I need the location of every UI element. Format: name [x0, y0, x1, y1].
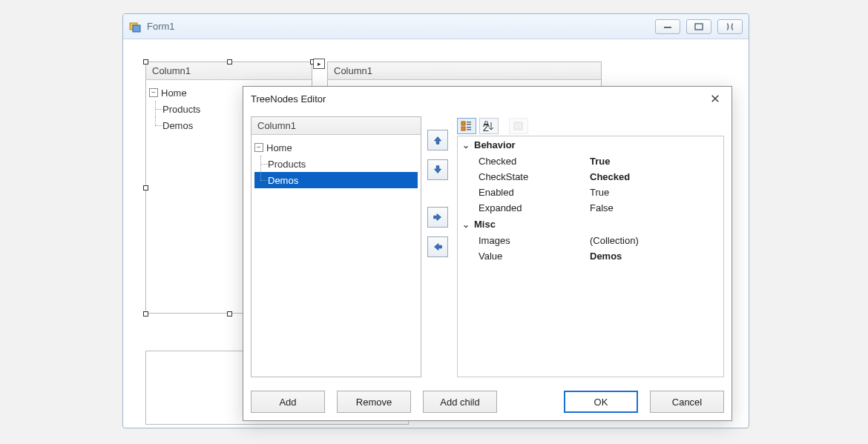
alpha-sort-icon: AZ	[483, 121, 495, 131]
resize-handle[interactable]	[227, 59, 232, 64]
tree-branch-icon	[254, 172, 268, 188]
dialog-body: Column1 − Home Products Demos	[243, 110, 731, 377]
svg-rect-3	[695, 24, 703, 30]
property-name: CheckState	[479, 171, 590, 182]
property-name: Checked	[479, 156, 590, 167]
svg-rect-9	[467, 129, 471, 130]
tree-body: − Home Products Demos	[251, 135, 421, 377]
property-value[interactable]: False	[590, 202, 723, 213]
svg-rect-5	[461, 127, 465, 130]
property-value[interactable]: Checked	[590, 171, 723, 182]
svg-text:Z: Z	[483, 122, 489, 131]
chevron-down-icon[interactable]: ⌄	[462, 140, 470, 150]
tree-node-label: Home	[266, 142, 292, 153]
property-name: Enabled	[479, 187, 590, 198]
property-row[interactable]: Checked True	[458, 153, 723, 169]
tree-column-header[interactable]: Column1	[251, 117, 421, 135]
alphabetical-view-button[interactable]: AZ	[479, 118, 499, 134]
resize-handle[interactable]	[143, 185, 148, 190]
maximize-button[interactable]	[686, 19, 711, 34]
property-row[interactable]: Expanded False	[458, 200, 723, 216]
arrow-up-icon	[433, 134, 443, 146]
property-pages-button	[509, 118, 528, 134]
treenodes-editor-dialog: TreeNodes Editor Column1 − Home Products…	[243, 86, 732, 421]
tree-node-label: Demos	[268, 175, 298, 186]
add-child-button[interactable]: Add child	[423, 391, 497, 413]
move-buttons	[427, 116, 451, 377]
arrow-down-icon	[433, 164, 443, 176]
arrow-right-icon	[433, 211, 443, 223]
svg-rect-6	[467, 122, 471, 123]
property-value[interactable]: (Collection)	[590, 235, 723, 246]
categorized-icon	[461, 121, 473, 131]
tree-column-header[interactable]: Column1	[328, 62, 601, 80]
window-buttons	[655, 19, 743, 34]
resize-handle[interactable]	[143, 311, 148, 317]
add-button[interactable]: Add	[251, 391, 325, 413]
property-name: Value	[479, 251, 590, 262]
property-row[interactable]: CheckState Checked	[458, 169, 723, 185]
property-category-label: Behavior	[474, 139, 516, 150]
ok-button[interactable]: OK	[564, 391, 638, 413]
smart-tag-icon[interactable]: ▸	[313, 59, 325, 69]
tree-branch-icon	[254, 156, 268, 172]
property-row[interactable]: Images (Collection)	[458, 233, 723, 248]
property-row[interactable]: Value Demos	[458, 248, 723, 264]
tree-node-root[interactable]: − Home	[254, 139, 418, 156]
minimize-button[interactable]	[655, 19, 680, 34]
move-up-button[interactable]	[427, 130, 448, 150]
property-category[interactable]: ⌄ Behavior	[458, 136, 723, 153]
property-category[interactable]: ⌄ Misc	[458, 216, 723, 233]
property-grid[interactable]: ⌄ Behavior Checked True CheckState Check…	[457, 136, 724, 377]
tree-branch-icon	[149, 101, 162, 117]
property-grid-toolbar: AZ	[457, 116, 724, 136]
tree-node-label: Home	[161, 87, 187, 99]
property-value[interactable]: True	[590, 187, 723, 198]
tree-node-label: Demos	[162, 120, 193, 131]
form-titlebar[interactable]: Form1	[123, 14, 749, 39]
collapse-icon[interactable]: −	[254, 143, 263, 152]
property-row[interactable]: Enabled True	[458, 185, 723, 200]
dialog-close-button[interactable]	[706, 90, 724, 107]
dialog-footer: Add Remove Add child OK Cancel	[251, 391, 724, 413]
resize-handle[interactable]	[227, 311, 232, 317]
move-down-button[interactable]	[427, 159, 448, 180]
property-grid-panel: AZ ⌄ Behavior Checked True CheckState Ch…	[457, 116, 724, 377]
svg-rect-4	[461, 122, 465, 125]
arrow-left-icon	[433, 241, 443, 253]
resize-handle[interactable]	[143, 59, 148, 64]
svg-rect-12	[514, 122, 522, 130]
dialog-titlebar[interactable]: TreeNodes Editor	[243, 87, 731, 110]
remove-button[interactable]: Remove	[337, 391, 411, 413]
svg-rect-2	[664, 27, 671, 28]
collapse-icon[interactable]: −	[149, 88, 158, 97]
move-right-button[interactable]	[427, 207, 448, 228]
tree-node-label: Products	[268, 159, 306, 170]
svg-rect-1	[133, 25, 140, 32]
property-name: Images	[479, 235, 590, 246]
close-button[interactable]	[717, 19, 743, 34]
dialog-title: TreeNodes Editor	[251, 93, 706, 105]
property-name: Expanded	[479, 202, 590, 213]
tree-node-child-selected[interactable]: Demos	[254, 172, 418, 188]
svg-rect-7	[467, 124, 471, 125]
app-icon	[129, 21, 141, 33]
chevron-down-icon[interactable]: ⌄	[462, 219, 470, 230]
property-pages-icon	[513, 121, 525, 131]
dialog-tree: Column1 − Home Products Demos	[251, 116, 421, 377]
svg-rect-8	[467, 127, 471, 128]
tree-node-label: Products	[162, 104, 200, 115]
property-value[interactable]: Demos	[590, 251, 723, 262]
property-value[interactable]: True	[590, 156, 723, 167]
form-title: Form1	[147, 21, 655, 32]
tree-branch-icon	[149, 117, 162, 133]
move-left-button[interactable]	[427, 236, 448, 257]
property-category-label: Misc	[474, 219, 496, 230]
tree-column-header[interactable]: Column1	[146, 62, 312, 80]
cancel-button[interactable]: Cancel	[650, 391, 724, 413]
tree-node-child[interactable]: Products	[254, 156, 418, 172]
categorized-view-button[interactable]	[457, 118, 476, 134]
close-icon	[711, 93, 720, 104]
